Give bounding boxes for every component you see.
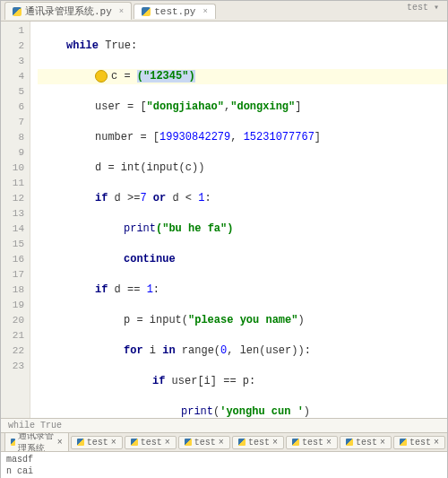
run-tab[interactable]: test×	[232, 436, 284, 449]
console-output[interactable]: masdf n cai	[1, 451, 447, 478]
python-icon	[400, 439, 407, 446]
python-icon	[11, 439, 15, 446]
run-tab[interactable]: test×	[178, 436, 230, 449]
editor-tabs: 通讯录管理系统.py × test.py × test ▾	[1, 1, 447, 22]
run-tabs: 通讯录管理系统× test× test× test× test× test× t…	[1, 432, 447, 451]
run-tab[interactable]: 通讯录管理系统×	[4, 432, 69, 451]
run-tab[interactable]: test×	[125, 436, 177, 449]
python-icon	[238, 439, 246, 446]
python-icon	[13, 7, 22, 16]
close-icon[interactable]: ×	[202, 7, 207, 16]
python-icon	[131, 439, 138, 446]
python-icon	[185, 439, 192, 446]
close-icon[interactable]: ×	[326, 438, 332, 448]
console-line: n cai	[6, 465, 442, 477]
code-editor[interactable]: while True: c = ("12345") user = ["dongj…	[30, 22, 447, 418]
tab-label: 通讯录管理系统.py	[25, 4, 112, 18]
close-icon[interactable]: ×	[111, 438, 116, 448]
close-icon[interactable]: ×	[434, 438, 439, 448]
tab-label: test.py	[154, 6, 195, 17]
python-icon	[142, 7, 151, 16]
run-tab[interactable]: test×	[340, 436, 392, 449]
ide-window: 通讯录管理系统.py × test.py × test ▾ 1234567891…	[0, 0, 448, 478]
breadcrumb[interactable]: while True	[1, 418, 447, 432]
tab-file-2[interactable]: test.py ×	[134, 4, 216, 19]
run-tab[interactable]: test×	[286, 436, 338, 449]
close-icon[interactable]: ×	[219, 438, 224, 448]
intention-bulb-icon[interactable]	[95, 70, 108, 83]
run-tab[interactable]: test×	[393, 436, 445, 449]
run-tab[interactable]: test×	[71, 436, 123, 449]
editor-area: 1234567891011121314151617181920212223 wh…	[1, 22, 447, 418]
tab-file-1[interactable]: 通讯录管理系统.py ×	[4, 2, 132, 20]
python-icon	[292, 439, 299, 446]
close-icon[interactable]: ×	[380, 438, 385, 448]
python-icon	[346, 439, 353, 446]
line-gutter: 1234567891011121314151617181920212223	[1, 22, 30, 418]
python-icon	[77, 439, 84, 446]
close-icon[interactable]: ×	[165, 438, 170, 448]
close-icon[interactable]: ×	[57, 438, 63, 448]
run-config[interactable]: test ▾	[407, 2, 439, 13]
close-icon[interactable]: ×	[119, 7, 124, 16]
close-icon[interactable]: ×	[272, 438, 278, 448]
console-line: masdf	[6, 454, 442, 465]
